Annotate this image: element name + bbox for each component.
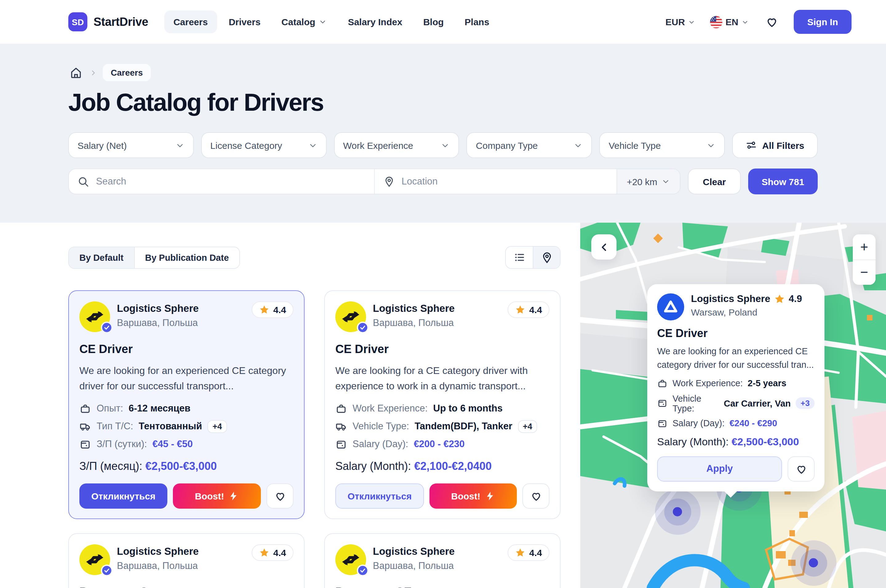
map-marker[interactable]: [809, 558, 818, 567]
attribute-label: Vehicle Type:: [353, 421, 409, 432]
view-toggle-group: [505, 246, 560, 269]
chevron-down-icon: [742, 18, 749, 26]
brand-logo: SD: [68, 12, 87, 32]
job-attribute: Salary (Day): €200 - €230: [335, 438, 550, 450]
nav-catalog-label: Catalog: [281, 16, 315, 27]
more-items-badge[interactable]: +3: [796, 398, 815, 409]
favorites-button[interactable]: [762, 12, 781, 32]
job-attribute: Vehicle Type: Tandem(BDF), Tanker +4: [335, 420, 550, 433]
brand[interactable]: SD StartDrive: [68, 12, 148, 32]
attribute-label: Salary (Day):: [353, 438, 408, 450]
job-cards-grid: Logistics Sphere Варшава, Польша 4.4 CE …: [68, 290, 560, 588]
nav-catalog[interactable]: Catalog: [272, 10, 336, 33]
job-card[interactable]: Logistics Sphere Варшава, Польша 4.4 CE …: [324, 290, 560, 519]
language-selector[interactable]: EN: [709, 13, 750, 30]
company-location: Варшава, Польша: [117, 560, 245, 571]
job-card[interactable]: Logistics Sphere Варшава, Польша 4.4 Вод…: [324, 533, 560, 588]
company-name: Logistics Sphere: [117, 545, 245, 557]
rating-badge: 4.4: [508, 544, 550, 561]
nav-careers[interactable]: Careers: [164, 10, 217, 33]
more-items-badge[interactable]: +4: [208, 420, 227, 433]
favorite-button[interactable]: [266, 483, 293, 508]
home-icon[interactable]: [68, 65, 84, 80]
job-title[interactable]: CE Driver: [335, 343, 550, 356]
boost-button[interactable]: Boost!: [429, 483, 517, 508]
more-items-badge[interactable]: +4: [518, 420, 537, 433]
map-back-button[interactable]: [591, 234, 617, 260]
clear-button[interactable]: Clear: [688, 168, 741, 194]
filter-label: License Category: [210, 140, 282, 150]
popup-job-title[interactable]: CE Driver: [657, 327, 815, 340]
popup-location: Warsaw, Poland: [691, 307, 802, 317]
page-title: Job Catalog for Drivers: [68, 88, 818, 116]
boost-button[interactable]: Boost!: [173, 483, 261, 508]
map-view-toggle[interactable]: [533, 247, 560, 268]
job-card[interactable]: Logistics Sphere Варшава, Польша 4.4 Вод…: [68, 533, 305, 588]
all-filters-button[interactable]: All Filters: [732, 132, 818, 158]
company-name: Logistics Sphere: [373, 545, 501, 557]
nav-blog[interactable]: Blog: [414, 10, 453, 33]
favorite-button[interactable]: [788, 456, 815, 481]
salary-month-value: €2,500-€3,000: [731, 436, 799, 447]
filter-row: Salary (Net) License Category Work Exper…: [68, 132, 818, 158]
popup-company-logo: [657, 293, 684, 321]
verified-badge-icon: [357, 564, 369, 576]
attribute-label: Work Experience:: [673, 378, 743, 388]
filter-work-experience[interactable]: Work Experience: [334, 132, 459, 158]
job-title[interactable]: Водитель CE: [335, 585, 550, 588]
star-icon: [259, 304, 269, 315]
job-attribute: Work Experience: Up to 6 months: [335, 402, 550, 414]
company-logo: [335, 302, 366, 332]
nav-drivers[interactable]: Drivers: [219, 10, 269, 33]
briefcase-icon: [657, 378, 668, 388]
apply-button[interactable]: Откликнуться: [80, 483, 167, 508]
filter-label: Company Type: [476, 140, 538, 150]
location-input[interactable]: [400, 175, 608, 188]
map-canvas[interactable]: + − Logistics Sphere 4.9 Warsaw, Poland: [580, 223, 886, 588]
filter-company-type[interactable]: Company Type: [467, 132, 592, 158]
zoom-in-button[interactable]: +: [853, 234, 875, 260]
sliders-icon: [746, 140, 757, 151]
verified-badge-icon: [101, 564, 113, 576]
salary-month-label: Salary (Month):: [657, 436, 728, 447]
attribute-value: Tandem(BDF), Tanker: [415, 421, 512, 432]
sort-by-default[interactable]: By Default: [69, 247, 134, 268]
job-title[interactable]: CE Driver: [80, 343, 293, 356]
company-logo: [80, 544, 110, 575]
favorite-button[interactable]: [523, 483, 550, 508]
zoom-out-button[interactable]: −: [853, 260, 875, 285]
search-input[interactable]: [95, 175, 365, 188]
popup-rating: 4.9: [789, 293, 802, 304]
job-attribute: Опыт: 6-12 месяцев: [80, 402, 293, 414]
job-card[interactable]: Logistics Sphere Варшава, Польша 4.4 CE …: [68, 290, 305, 519]
map-zoom-controls: + −: [853, 234, 875, 285]
sort-by-publication-date[interactable]: By Publication Date: [134, 247, 239, 268]
apply-button[interactable]: Apply: [657, 456, 782, 481]
salary-month-value: €2,500-€3,000: [146, 460, 217, 472]
brand-name: StartDrive: [93, 15, 148, 28]
breadcrumb-current[interactable]: Careers: [103, 64, 151, 81]
company-name: Logistics Sphere: [373, 303, 501, 314]
filter-license-category[interactable]: License Category: [201, 132, 327, 158]
popup-job-description: We are looking for an experienced CE cat…: [657, 345, 815, 372]
radius-selector[interactable]: +20 km: [617, 169, 680, 194]
list-toolbar: By Default By Publication Date: [68, 246, 560, 269]
filter-salary-net[interactable]: Salary (Net): [68, 132, 194, 158]
star-icon: [515, 304, 526, 315]
chevron-down-icon: [662, 177, 670, 186]
job-title[interactable]: Водитель C: [80, 585, 293, 588]
nav-salary-index[interactable]: Salary Index: [339, 10, 411, 33]
show-results-button[interactable]: Show 781: [748, 168, 818, 194]
apply-button[interactable]: Откликнуться: [335, 483, 424, 508]
job-list-column: By Default By Publication Date Logistics…: [68, 223, 560, 588]
star-icon: [774, 293, 785, 304]
map-marker[interactable]: [673, 507, 682, 516]
heart-icon: [794, 462, 808, 475]
list-view-toggle[interactable]: [506, 247, 533, 268]
filter-vehicle-type[interactable]: Vehicle Type: [599, 132, 725, 158]
filter-label: Work Experience: [343, 140, 413, 150]
sign-in-button[interactable]: Sign In: [794, 10, 851, 34]
currency-selector[interactable]: EUR: [664, 14, 697, 30]
nav-plans[interactable]: Plans: [455, 10, 499, 33]
rating-badge: 4.4: [508, 302, 550, 318]
